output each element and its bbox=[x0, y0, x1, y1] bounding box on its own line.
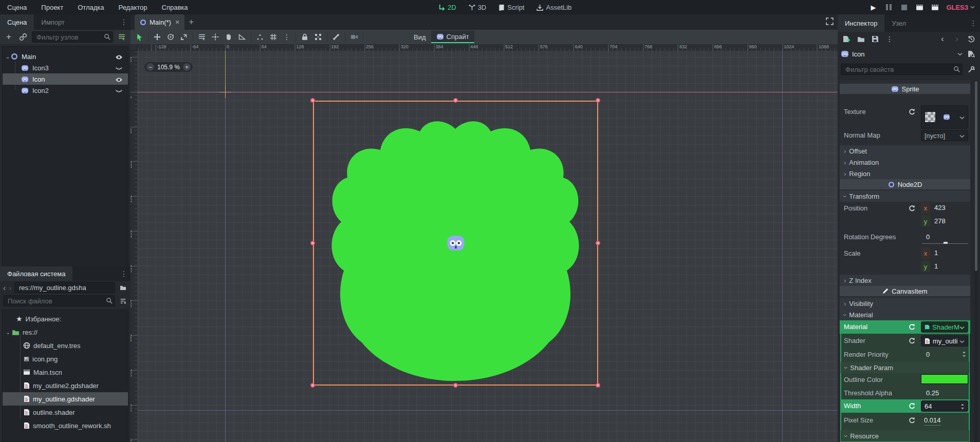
play-scene-button[interactable] bbox=[915, 3, 923, 11]
scene-tree-options-button[interactable] bbox=[116, 31, 127, 43]
group-zindex[interactable]: ›Z Index bbox=[840, 275, 970, 286]
menu-editor[interactable]: Редактор bbox=[112, 4, 155, 11]
mode-script-button[interactable]: Script bbox=[494, 4, 528, 11]
file-row[interactable]: my_outline2.gdshader bbox=[3, 379, 128, 392]
group-material[interactable]: ›Material bbox=[840, 309, 970, 320]
handle-top-right[interactable] bbox=[596, 98, 600, 103]
handle-bottom-mid[interactable] bbox=[453, 383, 458, 388]
tool-scale-button[interactable] bbox=[177, 31, 191, 43]
collapse-arrow-icon[interactable]: ⌄ bbox=[6, 329, 12, 336]
handle-mid-right[interactable] bbox=[596, 241, 600, 245]
history-back-button[interactable]: ‹ bbox=[937, 33, 948, 45]
threshold-alpha-value[interactable]: 0.25 bbox=[926, 389, 939, 397]
group-resource[interactable]: ›Resource bbox=[841, 430, 969, 441]
tool-list-select-button[interactable] bbox=[195, 31, 209, 43]
render-priority-value[interactable]: 0 bbox=[926, 351, 930, 358]
handle-mid-left[interactable] bbox=[310, 241, 315, 245]
handle-bottom-right[interactable] bbox=[596, 383, 600, 388]
revert-icon[interactable] bbox=[909, 204, 915, 212]
view-menu-button[interactable]: Вид bbox=[409, 31, 431, 43]
new-resource-button[interactable] bbox=[841, 33, 852, 45]
file-row[interactable]: smooth_outline_rework.sh bbox=[3, 419, 128, 432]
save-resource-button[interactable] bbox=[870, 33, 881, 45]
canvas[interactable]: − 105.9 % + bbox=[137, 51, 838, 442]
load-resource-button[interactable] bbox=[855, 33, 866, 45]
menu-project[interactable]: Проект bbox=[34, 4, 70, 11]
scrollbar-thumb[interactable] bbox=[975, 81, 977, 271]
preview-camera-button[interactable] bbox=[347, 31, 361, 43]
menu-scene[interactable]: Сцена bbox=[0, 4, 34, 11]
instance-scene-button[interactable] bbox=[17, 31, 29, 43]
group-animation[interactable]: ›Animation bbox=[840, 157, 970, 168]
collapse-arrow-icon[interactable]: ⌄ bbox=[5, 53, 11, 60]
grid-snap-button[interactable] bbox=[267, 31, 280, 43]
distraction-free-button[interactable] bbox=[826, 17, 834, 25]
nav-forward-button[interactable]: › bbox=[9, 283, 11, 292]
sprite-menu-button[interactable]: Спрайт bbox=[431, 31, 474, 43]
chevron-down-icon[interactable] bbox=[959, 134, 965, 138]
2d-viewport[interactable]: -128-64064128192256320384448512576640704… bbox=[131, 44, 838, 442]
revert-icon[interactable] bbox=[909, 322, 915, 330]
file-row[interactable]: default_env.tres bbox=[3, 339, 128, 352]
file-row[interactable]: outline.shader bbox=[3, 406, 128, 419]
sort-files-button[interactable] bbox=[118, 295, 127, 306]
smart-snap-button[interactable] bbox=[253, 31, 267, 43]
tool-move-button[interactable] bbox=[151, 31, 164, 43]
tab-filesystem[interactable]: Файловая система bbox=[0, 266, 72, 281]
group-region[interactable]: ›Region bbox=[840, 168, 970, 179]
group-offset[interactable]: ›Offset bbox=[840, 145, 970, 157]
group-shader-param[interactable]: ›Shader Param bbox=[841, 362, 969, 373]
chevron-down-icon[interactable] bbox=[957, 52, 963, 56]
inspector-dock-menu-button[interactable]: ⋮ bbox=[970, 14, 977, 32]
tool-ruler-button[interactable] bbox=[235, 31, 249, 43]
revert-icon[interactable] bbox=[909, 336, 915, 344]
handle-bottom-left[interactable] bbox=[310, 383, 315, 388]
tool-rotate-button[interactable] bbox=[164, 31, 177, 43]
chevron-down-icon[interactable] bbox=[959, 326, 965, 330]
lock-object-button[interactable] bbox=[298, 31, 311, 43]
close-icon[interactable]: × bbox=[175, 18, 179, 26]
object-history-button[interactable] bbox=[966, 33, 977, 45]
tab-inspector[interactable]: Инспектор bbox=[838, 14, 884, 32]
file-row-selected[interactable]: my_outline.gdshader bbox=[3, 392, 128, 406]
menu-debug[interactable]: Отладка bbox=[70, 4, 111, 11]
shader-value[interactable]: my_outli bbox=[921, 335, 968, 347]
scene-dock-menu-button[interactable]: ⋮ bbox=[120, 14, 127, 30]
outline-color-swatch[interactable] bbox=[921, 374, 968, 384]
tree-row-main[interactable]: ⌄ Main bbox=[3, 51, 128, 62]
file-row[interactable]: icon.png bbox=[3, 352, 128, 366]
inspector-scrollbar[interactable] bbox=[974, 80, 978, 442]
resource-options-button[interactable]: ⋮ bbox=[884, 33, 895, 45]
zoom-level[interactable]: 105.9 % bbox=[157, 64, 180, 71]
pause-button[interactable] bbox=[884, 3, 893, 11]
filter-properties-input[interactable] bbox=[841, 64, 963, 75]
mode-assetlib-button[interactable]: AssetLib bbox=[532, 4, 576, 11]
tree-row-icon3[interactable]: Icon3 bbox=[3, 62, 128, 73]
visibility-eye-open-icon[interactable] bbox=[115, 53, 123, 61]
file-row[interactable]: Main.tscn bbox=[3, 366, 128, 379]
position-x-value[interactable]: 423 bbox=[934, 204, 946, 212]
tree-row-icon2[interactable]: Icon2 bbox=[3, 85, 128, 96]
renderer-select[interactable]: GLES3 bbox=[946, 4, 975, 11]
focus-path-button[interactable] bbox=[118, 282, 127, 293]
tool-select-button[interactable] bbox=[133, 31, 146, 43]
visibility-eye-closed-icon[interactable] bbox=[115, 64, 123, 72]
res-root-row[interactable]: ⌄ res:// bbox=[3, 325, 128, 339]
filesystem-menu-button[interactable]: ⋮ bbox=[120, 266, 127, 281]
skeleton-options-button[interactable] bbox=[329, 31, 343, 43]
scale-x-value[interactable]: 1 bbox=[934, 249, 938, 257]
mode-2d-button[interactable]: 2D bbox=[434, 4, 460, 11]
current-path-field[interactable] bbox=[14, 282, 115, 293]
spinner-icon[interactable] bbox=[960, 403, 965, 410]
zoom-out-button[interactable]: − bbox=[146, 63, 154, 71]
edited-node-name[interactable]: Icon bbox=[852, 50, 954, 58]
pixel-size-value[interactable]: 0.014 bbox=[924, 416, 941, 426]
open-docs-button[interactable] bbox=[966, 48, 977, 60]
tab-import[interactable]: Импорт bbox=[34, 14, 71, 30]
inspector-tools-button[interactable] bbox=[966, 64, 977, 75]
handle-top-left[interactable] bbox=[310, 98, 315, 103]
snap-options-button[interactable]: ⋮ bbox=[280, 31, 293, 43]
stop-button[interactable] bbox=[900, 3, 908, 11]
play-custom-scene-button[interactable] bbox=[931, 3, 939, 11]
category-node2d[interactable]: Node2D bbox=[840, 179, 970, 189]
